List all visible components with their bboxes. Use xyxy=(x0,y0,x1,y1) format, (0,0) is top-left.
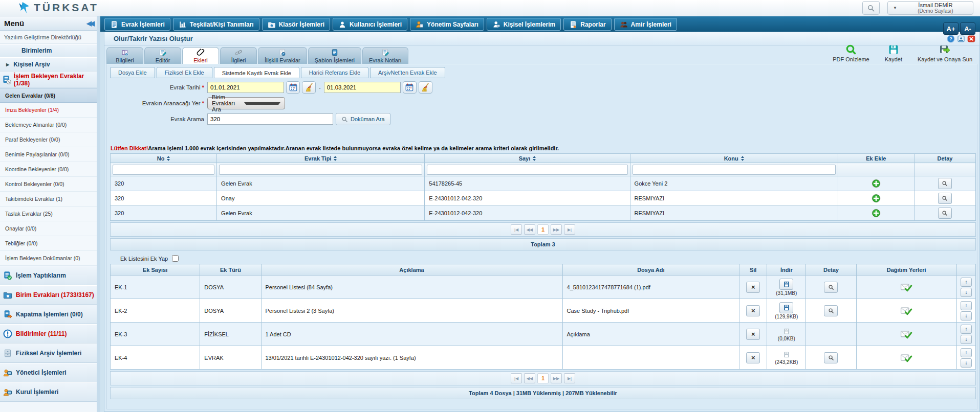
filter-konu-input[interactable] xyxy=(633,165,836,175)
tab-bilgileri[interactable]: Bilgileri xyxy=(106,47,143,64)
help-icon[interactable] xyxy=(947,35,955,43)
calendar-button[interactable] xyxy=(403,81,417,94)
last-page-button[interactable]: ▶| xyxy=(564,373,575,383)
sidebar-item-tebligler[interactable]: Tebliğler (0/0) xyxy=(0,236,97,251)
current-page[interactable]: 1 xyxy=(537,224,549,235)
sidebar-item-kurul-islemleri[interactable]: Kurul İşlemleri xyxy=(0,382,97,402)
sidebar-item-islem-yaptiklarim[interactable]: İşlem Yaptıklarım xyxy=(0,266,97,285)
delete-attachment-button[interactable]: × xyxy=(746,352,760,363)
document-search-input[interactable] xyxy=(207,113,333,125)
move-up-button[interactable]: ↑ xyxy=(961,278,972,287)
nav-tab-teskilat-kisi-tanimlari[interactable]: Teşkilat/Kişi Tanımları xyxy=(173,18,259,31)
tab-sablon-islemleri[interactable]: Şablon İşlemleri xyxy=(308,47,361,64)
close-icon[interactable] xyxy=(967,35,975,43)
distribution-envelope-icon[interactable] xyxy=(900,282,912,293)
add-attachment-button[interactable] xyxy=(871,208,881,218)
font-decrease-button[interactable]: A- xyxy=(960,22,975,35)
move-down-button[interactable]: ↓ xyxy=(961,358,972,368)
delete-attachment-button[interactable]: × xyxy=(746,282,760,293)
user-menu-button[interactable]: ▼ İsmail DEMİR (Demo Sayfası) xyxy=(887,1,973,15)
sidebar-item-birimlerim[interactable]: Birimlerim xyxy=(0,44,97,57)
sidebar-item-gelen-evraklar[interactable]: Gelen Evraklar (0/8) xyxy=(0,88,97,103)
attachment-detail-button[interactable] xyxy=(824,282,838,293)
next-page-button[interactable]: ▶▶ xyxy=(551,224,562,235)
filter-sayi-input[interactable] xyxy=(427,165,627,175)
filter-evrak-tipi-input[interactable] xyxy=(219,165,422,175)
date-from-input[interactable] xyxy=(207,82,284,93)
col-sayi[interactable]: Sayı xyxy=(425,154,630,163)
sidebar-item-imza-bekleyenler[interactable]: İmza Bekleyenler (1/4) xyxy=(0,103,97,118)
download-attachment-button[interactable] xyxy=(779,302,793,313)
add-attachment-button[interactable] xyxy=(871,178,881,189)
add-attachment-button[interactable] xyxy=(871,193,881,203)
filter-no-input[interactable] xyxy=(113,165,214,175)
prev-page-button[interactable]: ◀◀ xyxy=(524,224,535,235)
nav-tab-evrak-islemleri[interactable]: Evrak İşlemleri xyxy=(104,18,170,31)
document-search-button[interactable]: Doküman Ara xyxy=(336,113,390,125)
sidebar-item-kapatma-islemleri[interactable]: Kapatma İşlemleri (0/0) xyxy=(0,305,97,324)
calendar-button[interactable] xyxy=(286,81,300,94)
sidebar-item-islem-bekleyen-dokumanlar[interactable]: İşlem Bekleyen Dokümanlar (0) xyxy=(0,251,97,266)
move-down-button[interactable]: ↓ xyxy=(961,335,972,344)
sidebar-collapse-icon[interactable]: ◀◀ xyxy=(86,19,93,27)
col-no[interactable]: No xyxy=(111,154,217,163)
nav-tab-yonetim-sayfalari[interactable]: Yönetim Sayfaları xyxy=(410,18,484,31)
tab-evrak-notlari[interactable]: Evrak Notları xyxy=(362,47,408,64)
next-page-button[interactable]: ▶▶ xyxy=(551,373,562,383)
sidebar-item-kisisel-arsiv[interactable]: ▶ Kişisel Arşiv xyxy=(0,57,97,72)
subtab-sistemde-kayitli-evrak-ekle[interactable]: Sistemde Kayıtlı Evrak Ekle xyxy=(214,67,299,78)
move-up-button[interactable]: ↑ xyxy=(961,348,972,357)
date-to-input[interactable] xyxy=(324,82,401,93)
sidebar-item-benimle-paylasilanlar[interactable]: Benimle Paylaşılanlar (0/0) xyxy=(0,147,97,162)
move-down-button[interactable]: ↓ xyxy=(961,311,972,321)
attachment-detail-button[interactable] xyxy=(824,352,838,363)
window-minimize-icon[interactable] xyxy=(957,35,965,43)
save-and-submit-button[interactable]: Kaydet ve Onaya Sun xyxy=(918,44,972,62)
delete-attachment-button[interactable]: × xyxy=(746,329,760,340)
nav-tab-amir-islemleri[interactable]: Amir İşlemleri xyxy=(614,18,677,31)
sidebar-item-paraf-bekleyenler[interactable]: Paraf Bekleyenler (0/0) xyxy=(0,132,97,147)
nav-tab-raporlar[interactable]: Raporlar xyxy=(563,18,611,31)
subtab-dosya-ekle[interactable]: Dosya Ekle xyxy=(110,67,155,78)
col-evrak-tipi[interactable]: Evrak Tipi xyxy=(217,154,425,163)
prev-page-button[interactable]: ◀◀ xyxy=(524,373,535,383)
move-up-button[interactable]: ↑ xyxy=(961,301,972,310)
nav-tab-kisisel-islemlerim[interactable]: Kişisel İşlemlerim xyxy=(487,18,561,31)
detail-button[interactable] xyxy=(938,208,952,219)
move-down-button[interactable]: ↓ xyxy=(961,288,972,297)
last-page-button[interactable]: ▶| xyxy=(564,224,575,235)
search-place-select[interactable]: Birim Evrakları Ara xyxy=(207,97,285,109)
detail-button[interactable] xyxy=(938,193,952,204)
sidebar-item-bildirimler[interactable]: Bildirimler (11/11) xyxy=(0,324,97,344)
make-attachment-list-checkbox[interactable] xyxy=(172,255,179,262)
move-up-button[interactable]: ↑ xyxy=(961,325,972,334)
distribution-envelope-icon[interactable] xyxy=(900,329,912,340)
sidebar-item-beklemeye-alinanlar[interactable]: Beklemeye Alınanlar (0/0) xyxy=(0,118,97,132)
font-increase-button[interactable]: A+ xyxy=(943,22,959,35)
attachment-detail-button[interactable] xyxy=(824,305,838,316)
sidebar-item-islem-bekleyen-evraklar[interactable]: İşlem Bekleyen Evraklar (1/38) xyxy=(0,72,97,88)
current-page[interactable]: 1 xyxy=(537,373,549,383)
global-search-button[interactable] xyxy=(862,1,880,15)
col-konu[interactable]: Konu xyxy=(630,154,838,163)
tab-iliskili-evraklar[interactable]: İlişkili Evraklar xyxy=(258,47,307,64)
save-button[interactable]: Kaydet xyxy=(885,44,902,62)
first-page-button[interactable]: |◀ xyxy=(511,224,522,235)
distribution-envelope-icon[interactable] xyxy=(900,352,912,363)
sidebar-item-birim-evraklari[interactable]: Birim Evrakları (1733/3167) xyxy=(0,285,97,305)
sidebar-item-takibimdeki-evraklar[interactable]: Takibimdeki Evraklar (1) xyxy=(0,192,97,207)
pdf-preview-button[interactable]: PDF Önizleme xyxy=(833,44,869,62)
distribution-envelope-icon[interactable] xyxy=(900,305,912,316)
sidebar-item-onaylar[interactable]: Onaylar (0/0) xyxy=(0,221,97,236)
tab-editor[interactable]: Editör xyxy=(144,47,181,64)
delete-attachment-button[interactable]: × xyxy=(746,305,760,316)
sidebar-item-kontrol-bekleyenler[interactable]: Kontrol Bekleyenler (0/0) xyxy=(0,177,97,192)
detail-button[interactable] xyxy=(938,178,952,189)
clear-date-button[interactable] xyxy=(419,81,432,94)
tab-ilgileri[interactable]: İlgileri xyxy=(220,47,257,64)
sidebar-item-fiziksel-arsiv-islemleri[interactable]: Fiziksel Arşiv İşlemleri xyxy=(0,344,97,363)
first-page-button[interactable]: |◀ xyxy=(511,373,522,383)
nav-tab-klasor-islemleri[interactable]: Klasör İşlemleri xyxy=(262,18,330,31)
sidebar-item-taslak-evraklar[interactable]: Taslak Evraklar (25) xyxy=(0,207,97,221)
subtab-fiziksel-ek-ekle[interactable]: Fiziksel Ek Ekle xyxy=(157,67,212,78)
